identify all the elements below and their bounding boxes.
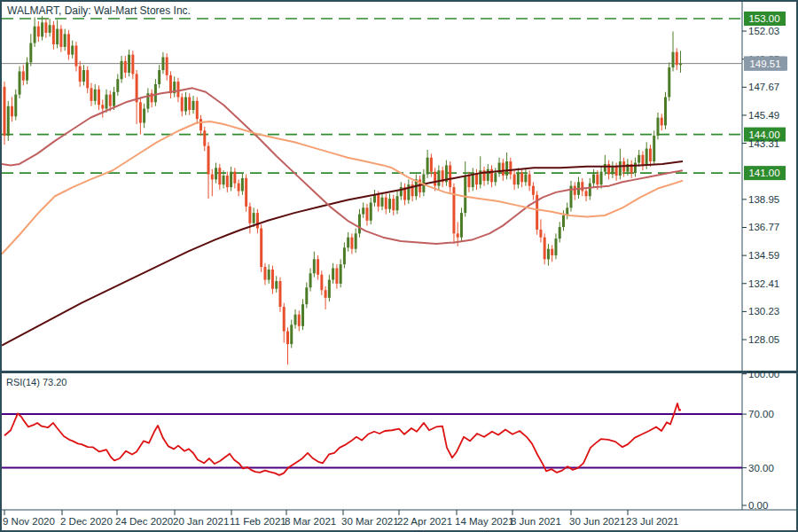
candle-bear xyxy=(434,172,436,186)
candle-bear xyxy=(283,307,286,332)
candle-bear xyxy=(286,332,289,345)
candle-bear xyxy=(79,66,82,82)
candle-bull xyxy=(373,195,376,203)
candle-bear xyxy=(101,105,104,108)
candle-bear xyxy=(430,158,433,172)
candle-bear xyxy=(226,176,229,187)
date-axis-label: 20 Jan 2021 xyxy=(173,516,229,527)
candle-bear xyxy=(98,90,100,105)
candle-bear xyxy=(176,82,179,97)
candle-bull xyxy=(313,259,316,273)
candle-bear xyxy=(278,281,281,307)
candle-bear xyxy=(641,155,644,166)
candle-bull xyxy=(517,173,520,184)
candle-bull xyxy=(645,149,648,166)
candle-bull xyxy=(26,62,28,80)
candle-bear xyxy=(467,176,470,187)
date-axis-label: 23 Jul 2021 xyxy=(626,516,678,527)
candle-bull xyxy=(7,106,10,136)
candle-bull xyxy=(487,169,489,181)
candle-bull xyxy=(41,22,43,36)
candle-bull xyxy=(638,155,640,163)
candle-bear xyxy=(581,182,583,191)
candle-bear xyxy=(325,290,327,298)
candle-bear xyxy=(661,118,663,126)
candle-bull xyxy=(253,213,255,223)
candle-bear xyxy=(350,238,353,249)
candle-bear xyxy=(86,70,89,88)
price-axis-badge-label: 141.00 xyxy=(748,168,779,178)
candle-bull xyxy=(154,84,157,102)
candle-bear xyxy=(260,229,262,268)
price-axis-label: 138.95 xyxy=(748,194,779,205)
candle-bear xyxy=(196,101,199,119)
candle-bear xyxy=(181,98,184,112)
date-axis-label: 2 Dec 2020 xyxy=(60,516,113,527)
candle-bull xyxy=(343,247,346,264)
candle-bull xyxy=(679,64,682,65)
candle-bear xyxy=(188,98,191,111)
candle-bull xyxy=(460,213,463,238)
rsi-axis-label: 70.00 xyxy=(748,409,774,419)
candle-bull xyxy=(275,281,278,289)
candle-bear xyxy=(596,175,598,185)
candle-bear xyxy=(502,163,505,176)
candle-bear xyxy=(238,184,240,192)
price-axis-label: 128.05 xyxy=(748,334,779,345)
candle-bear xyxy=(22,71,25,80)
rsi-axis-label: 100.00 xyxy=(748,369,779,379)
price-chart-surface[interactable]: 153.00152.03149.85149.51147.67145.49144.… xyxy=(2,2,796,530)
candle-bull xyxy=(619,161,622,176)
candle-bull xyxy=(215,168,217,179)
candle-bull xyxy=(82,70,85,82)
candle-bull xyxy=(589,184,591,197)
candle-bull xyxy=(604,164,606,172)
candle-bull xyxy=(230,172,232,187)
candle-bear xyxy=(528,175,531,186)
candle-bear xyxy=(532,186,535,195)
candle-bull xyxy=(672,52,675,67)
candle-bull xyxy=(71,45,74,54)
candle-bear xyxy=(245,178,247,207)
candle-bull xyxy=(362,207,364,214)
candle-bull xyxy=(184,98,187,112)
candle-bull xyxy=(34,27,36,43)
candle-bull xyxy=(29,43,32,63)
date-axis-label: 14 May 2021 xyxy=(455,516,514,527)
candle-bull xyxy=(656,118,659,136)
candle-bear xyxy=(90,88,92,101)
date-axis-label: 8 Jun 2021 xyxy=(511,516,561,527)
panel-separator xyxy=(2,371,796,373)
candle-bull xyxy=(400,187,403,196)
candle-bear xyxy=(44,22,47,33)
candle-bull xyxy=(332,268,334,279)
candle-bear xyxy=(166,58,168,75)
candle-bear xyxy=(52,25,55,44)
candle-bear xyxy=(457,233,459,237)
date-axis-label: 30 Jun 2021 xyxy=(569,516,625,527)
candle-bear xyxy=(139,102,142,122)
candle-bull xyxy=(355,233,357,248)
price-axis-badge-label: 153.00 xyxy=(748,13,779,24)
candle-bull xyxy=(634,163,637,174)
candle-bull xyxy=(358,215,361,234)
current-price-badge-label: 149.51 xyxy=(749,59,780,69)
candle-bull xyxy=(559,227,561,239)
candle-bull xyxy=(505,161,508,176)
candle-bull xyxy=(94,90,97,101)
candle-bear xyxy=(392,199,395,210)
candle-bear xyxy=(320,275,323,290)
candle-bull xyxy=(611,167,614,175)
date-axis-label: 8 Mar 2021 xyxy=(285,516,336,527)
candle-bear xyxy=(37,27,40,37)
candle-bear xyxy=(615,167,618,176)
candle-bull xyxy=(19,71,21,94)
candle-bull xyxy=(14,95,17,117)
candle-bear xyxy=(233,172,236,184)
candle-bull xyxy=(158,70,160,84)
trading-terminal-window: WALMART, Daily: Wal-Mart Stores Inc. RSI… xyxy=(0,0,798,532)
candle-bear xyxy=(207,146,210,175)
candle-bear xyxy=(218,168,221,184)
candle-bull xyxy=(128,55,130,73)
candle-bull xyxy=(668,67,670,97)
